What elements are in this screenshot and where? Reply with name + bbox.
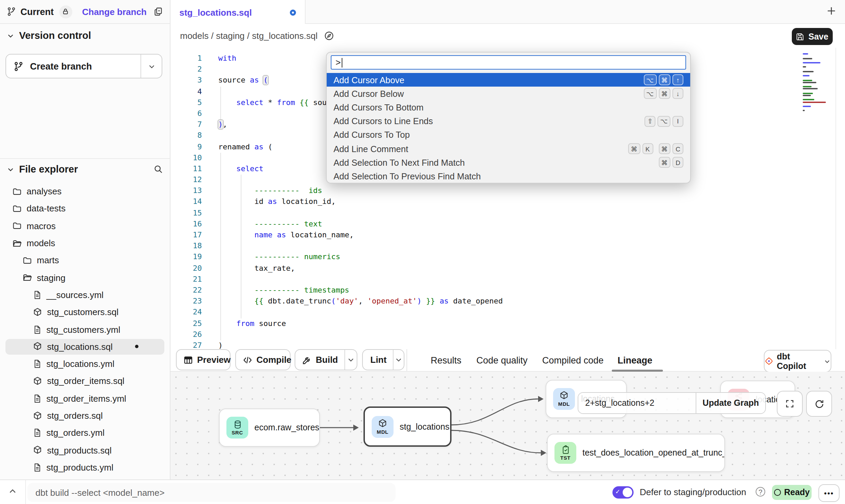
git-branch-icon [14, 61, 24, 71]
build-dropdown[interactable] [344, 350, 357, 370]
file-icon [33, 325, 42, 334]
search-icon[interactable] [153, 164, 163, 174]
lineage-canvas[interactable]: SRCecom.raw_storesMDLstg_locationsMDLloc… [171, 372, 845, 479]
create-branch-dropdown[interactable] [140, 55, 162, 78]
tree-item[interactable]: stg_orders.yml [0, 424, 170, 442]
panel-tab-results[interactable]: Results [431, 349, 461, 372]
expand-panel-icon[interactable] [8, 487, 17, 496]
version-control-label: Version control [19, 30, 91, 41]
tree-item[interactable]: stg_orders.sql [0, 407, 170, 425]
tree-item[interactable]: stg_customers.yml [0, 321, 170, 338]
refresh-button[interactable] [806, 391, 832, 417]
tree-item-label: stg_products.sql [47, 445, 112, 455]
bottom-toolbar: Preview Compile Build Lint ResultsCode q… [171, 349, 845, 372]
toggle-knob [623, 488, 632, 497]
update-graph-button[interactable]: Update Graph [696, 393, 765, 413]
palette-item[interactable]: Add Selection To Previous Find Match [327, 169, 690, 183]
panel-tab-lineage[interactable]: Lineage [618, 349, 652, 372]
more-menu-button[interactable]: ••• [818, 484, 840, 502]
command-input[interactable]: dbt build --select <model_name> [27, 483, 396, 502]
code-line: 17 name as location_name, [171, 230, 845, 241]
tree-item[interactable]: analyses [0, 183, 170, 200]
palette-item[interactable]: Add Cursor Above⌥⌘↑ [327, 73, 690, 87]
tree-item[interactable]: stg_locations.sql [0, 338, 170, 355]
keycap: ⌘ [658, 157, 670, 168]
code-line: 25 from source [171, 318, 845, 329]
line-number: 27 [171, 340, 202, 349]
lineage-search-input[interactable]: 2+stg_locations+2 [578, 393, 696, 413]
dbt-copilot-button[interactable]: dbt Copilot [764, 350, 831, 372]
lineage-node-test[interactable]: TSTtest_does_location_opened_at_trunc_t… [547, 434, 725, 472]
copy-icon[interactable] [153, 7, 163, 16]
tree-item-label: stg_orders.yml [46, 428, 105, 438]
tree-item-label: staging [37, 272, 65, 283]
defer-toggle[interactable]: ✓ [612, 486, 634, 499]
palette-item[interactable]: Add Cursors To Bottom [327, 101, 690, 114]
fullscreen-button[interactable] [777, 391, 803, 417]
palette-item[interactable]: Add Cursors to Line Ends⇧⌥I [327, 114, 690, 128]
tree-item[interactable]: staging [0, 269, 170, 286]
table-icon [183, 355, 193, 365]
tree-item[interactable]: models [0, 235, 170, 252]
code-line: 22 ---------- timestamps [171, 285, 845, 296]
tree-item[interactable]: __sources.yml [0, 286, 170, 304]
palette-item[interactable]: Add Cursor Below⌥⌘↓ [327, 87, 690, 100]
folder-icon [12, 204, 22, 213]
preview-button[interactable]: Preview [176, 349, 231, 370]
help-icon[interactable]: ? [756, 487, 765, 496]
version-control-header[interactable]: Version control [7, 30, 91, 41]
tree-item-label: analyses [27, 186, 62, 196]
tree-item[interactable]: stg_order_items.sql [0, 373, 170, 390]
minimap-line [803, 93, 813, 94]
tree-item[interactable]: stg_locations.yml [0, 355, 170, 373]
lineage-node-stg-locations[interactable]: MDLstg_locations [364, 406, 451, 447]
save-button[interactable]: Save [792, 28, 833, 45]
lint-dropdown[interactable] [393, 350, 404, 370]
compass-icon[interactable] [324, 31, 334, 41]
lineage-node-raw-stores[interactable]: SRCecom.raw_stores [219, 409, 320, 447]
panel-tab-code-quality[interactable]: Code quality [476, 349, 528, 372]
folder-open-icon [12, 238, 22, 248]
new-tab-button[interactable] [826, 5, 837, 16]
keycap: ⌥ [657, 116, 670, 127]
tree-item[interactable]: macros [0, 217, 170, 235]
cube-icon [33, 376, 42, 386]
breadcrumb-path: models / staging / stg_locations.sql [180, 31, 317, 41]
tree-item-label: stg_orders.sql [47, 411, 103, 421]
tree-item[interactable]: stg_customers.sql [0, 303, 170, 321]
tree-item[interactable]: stg_products.sql [0, 442, 170, 459]
minimap-line [803, 106, 811, 107]
panel-tab-compiled-code[interactable]: Compiled code [542, 349, 604, 372]
minimap-line [803, 53, 808, 55]
tab-title: stg_locations.sql [179, 7, 252, 17]
compile-button[interactable]: Compile [235, 349, 291, 370]
divider [406, 349, 407, 371]
palette-item[interactable]: Add Cursors To Top [327, 128, 690, 142]
tab-stg-locations[interactable]: stg_locations.sql [171, 0, 306, 25]
file-explorer-header[interactable]: File explorer [7, 164, 163, 175]
palette-item[interactable]: Add Selection To Next Find Match [327, 183, 690, 183]
line-number: 22 [171, 285, 202, 296]
command-palette-input[interactable]: > [331, 55, 686, 70]
change-branch-link[interactable]: Change branch [82, 6, 147, 17]
tree-item-label: stg_locations.yml [46, 359, 114, 369]
build-button[interactable]: Build [295, 349, 357, 370]
tree-item[interactable]: stg_order_items.yml [0, 390, 170, 407]
tree-item[interactable]: stg_products.yml [0, 459, 170, 476]
refresh-icon [814, 399, 824, 409]
code-line: 19 ---------- numerics [171, 252, 845, 263]
line-number: 25 [171, 318, 202, 329]
divider [0, 158, 170, 159]
chevron-down-icon [7, 32, 14, 39]
tree-item[interactable]: marts [0, 252, 170, 269]
cube-icon [33, 342, 42, 352]
lint-button[interactable]: Lint [362, 349, 404, 370]
create-branch-button[interactable]: Create branch [5, 54, 162, 78]
status-bar: dbt build --select <model_name> ✓ Defer … [0, 479, 845, 504]
folder-icon [23, 256, 32, 265]
mdl-badge: MDL [372, 416, 394, 438]
code-line: 18 [171, 241, 845, 252]
tree-item[interactable]: data-tests [0, 200, 170, 218]
palette-item[interactable]: Add Line Comment⌘K⌘C [327, 142, 690, 155]
palette-item[interactable]: Add Selection To Next Find Match⌘D [327, 155, 690, 169]
